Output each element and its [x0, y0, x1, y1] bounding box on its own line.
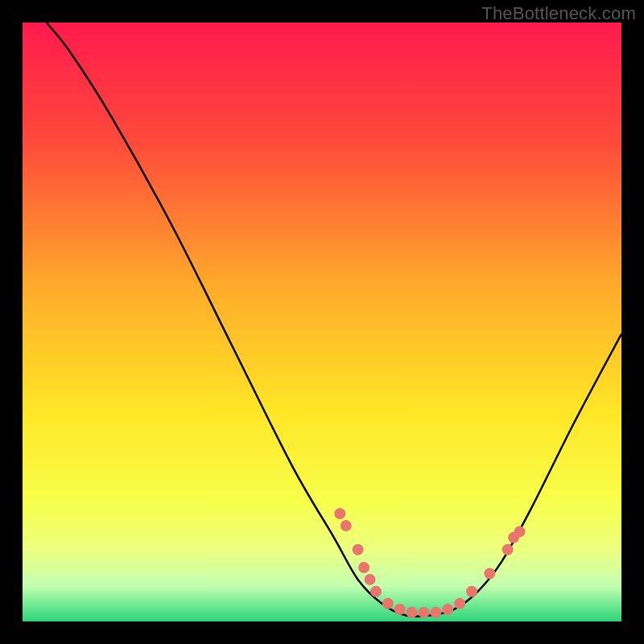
data-marker — [341, 520, 352, 531]
data-marker — [502, 544, 514, 555]
chart-frame — [23, 23, 621, 621]
chart-background-gradient — [23, 23, 621, 621]
data-marker — [365, 574, 376, 585]
data-marker — [514, 526, 526, 537]
data-marker — [370, 586, 382, 597]
data-marker — [358, 562, 369, 573]
watermark-text: TheBottleneck.com — [481, 3, 636, 24]
data-marker — [407, 607, 418, 618]
data-marker — [442, 604, 453, 615]
data-marker — [382, 598, 394, 609]
data-marker — [430, 607, 441, 618]
data-marker — [353, 544, 364, 555]
data-marker — [418, 607, 429, 618]
data-marker — [484, 568, 495, 579]
data-marker — [454, 598, 465, 609]
data-marker — [334, 508, 345, 519]
bottleneck-chart — [23, 23, 621, 621]
data-marker — [466, 586, 477, 597]
data-marker — [394, 604, 406, 615]
